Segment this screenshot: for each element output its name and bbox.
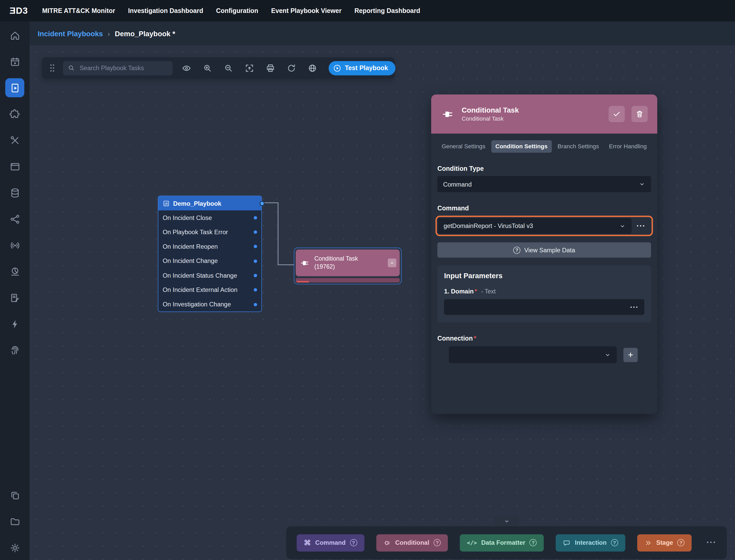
command-label: Command xyxy=(437,205,651,212)
task-search-box[interactable] xyxy=(63,61,173,75)
playbook-node-header[interactable]: Demo_Playbook xyxy=(158,196,261,210)
tab-branch-settings[interactable]: Branch Settings xyxy=(553,140,603,153)
trigger-port[interactable] xyxy=(254,216,257,219)
zoom-in-icon xyxy=(203,63,212,73)
sidebar-item-automation[interactable] xyxy=(5,314,24,334)
add-stage-button[interactable]: Stage ? xyxy=(637,534,692,551)
sidebar-item-window[interactable] xyxy=(5,157,24,176)
breadcrumb-incident-playbooks[interactable]: Incident Playbooks xyxy=(38,29,103,37)
conditional-task-label: Conditional Task (19762) xyxy=(314,255,368,271)
playbook-canvas[interactable]: Test Playbook Demo_Playbook On Incident … xyxy=(30,45,735,560)
help-icon[interactable]: ? xyxy=(529,539,537,546)
trigger-row-on-incident-change[interactable]: On Incident Change xyxy=(158,254,261,268)
sidebar-item-broadcast[interactable] xyxy=(5,236,24,255)
calendar-icon xyxy=(9,56,20,67)
conditional-task-node[interactable]: Conditional Task (19762) xyxy=(294,248,402,284)
tab-general-settings[interactable]: General Settings xyxy=(437,140,490,153)
sidebar-item-identity[interactable] xyxy=(5,341,24,360)
output-port[interactable] xyxy=(260,201,265,206)
task-settings-panel: Conditional Task Conditional Task Genera… xyxy=(431,94,657,414)
trigger-row-on-incident-reopen[interactable]: On Incident Reopen xyxy=(158,239,261,254)
trigger-port[interactable] xyxy=(254,274,257,277)
node-collapse-button[interactable] xyxy=(388,259,396,267)
test-playbook-button[interactable]: Test Playbook xyxy=(329,61,395,75)
zoom-in-button[interactable] xyxy=(203,63,212,73)
conditional-task-body[interactable]: Conditional Task (19762) xyxy=(296,249,400,276)
help-icon[interactable]: ? xyxy=(433,539,441,546)
nav-item-configuration[interactable]: Configuration xyxy=(216,7,258,14)
d3-logo[interactable]: ƎD3 xyxy=(10,5,28,16)
refresh-button[interactable] xyxy=(287,63,296,73)
playbook-node-demo-playbook[interactable]: Demo_Playbook On Incident Close On Playb… xyxy=(158,196,262,312)
button-label: Stage xyxy=(656,539,673,546)
nav-item-mitre-attck-monitor[interactable]: MITRE ATT&CK Monitor xyxy=(42,7,115,14)
confirm-button[interactable] xyxy=(608,106,625,122)
param-editor-button[interactable]: ··· xyxy=(630,303,638,311)
fit-view-button[interactable] xyxy=(245,63,254,73)
nav-item-reporting-dashboard[interactable]: Reporting Dashboard xyxy=(355,7,420,14)
network-icon xyxy=(9,213,20,224)
trigger-port[interactable] xyxy=(254,259,257,263)
search-input[interactable] xyxy=(79,64,168,72)
condition-type-select[interactable]: Command xyxy=(437,176,651,192)
add-conditional-task-button[interactable]: Conditional ? xyxy=(376,534,448,551)
trigger-port[interactable] xyxy=(254,288,257,292)
view-sample-data-button[interactable]: ? View Sample Data xyxy=(437,242,651,258)
trigger-port[interactable] xyxy=(254,303,257,306)
nav-item-investigation-dashboard[interactable]: Investigation Dashboard xyxy=(128,7,203,14)
sidebar-item-connections[interactable] xyxy=(5,209,24,229)
trigger-port[interactable] xyxy=(254,245,257,248)
tools-icon xyxy=(9,135,20,146)
zoom-out-button[interactable] xyxy=(224,63,233,73)
panel-header: Conditional Task Conditional Task xyxy=(431,94,657,134)
more-tasks-button[interactable]: ··· xyxy=(706,538,716,548)
sidebar-item-playbooks[interactable] xyxy=(5,78,24,97)
sidebar-item-utilities[interactable] xyxy=(5,131,24,150)
folder-icon xyxy=(9,516,20,527)
sidebar-item-calendar[interactable] xyxy=(5,52,24,71)
code-icon: </> xyxy=(467,539,477,546)
trigger-row-on-incident-status-change[interactable]: On Incident Status Change xyxy=(158,268,261,283)
sidebar-item-forms[interactable] xyxy=(5,288,24,307)
sidebar-item-copy[interactable] xyxy=(5,486,24,505)
connection-label: Connection* xyxy=(437,335,651,342)
print-icon xyxy=(266,63,275,73)
sidebar-item-files[interactable] xyxy=(5,512,24,531)
required-asterisk: * xyxy=(474,335,476,342)
gear-icon xyxy=(9,542,20,553)
node-status-strip xyxy=(296,278,400,283)
tab-error-handling[interactable]: Error Handling xyxy=(605,140,651,153)
globe-button[interactable] xyxy=(308,63,317,73)
command-more-button[interactable]: ··· xyxy=(631,218,651,234)
add-command-task-button[interactable]: ⌘ Command ? xyxy=(297,534,364,551)
sidebar-item-integrations[interactable] xyxy=(5,105,24,124)
sidebar-item-data[interactable] xyxy=(5,183,24,202)
help-icon[interactable]: ? xyxy=(677,539,685,546)
nav-item-event-playbook-viewer[interactable]: Event Playbook Viewer xyxy=(271,7,342,14)
database-icon xyxy=(9,187,20,198)
sidebar-item-settings[interactable] xyxy=(5,538,24,557)
trigger-row-on-incident-close[interactable]: On Incident Close xyxy=(158,210,261,225)
toolbar-collapse-tab[interactable] xyxy=(494,516,519,526)
sidebar-item-reports[interactable] xyxy=(5,262,24,281)
drag-handle-icon[interactable] xyxy=(49,63,56,73)
trigger-row-on-playbook-task-error[interactable]: On Playbook Task Error xyxy=(158,225,261,239)
param-domain-input[interactable]: ··· xyxy=(444,299,644,315)
trigger-row-on-investigation-change[interactable]: On Investigation Change xyxy=(158,297,261,312)
command-select[interactable]: getDomainReport - VirusTotal v3 xyxy=(438,218,631,234)
add-interaction-task-button[interactable]: Interaction ? xyxy=(556,534,625,551)
task-palette-toolbar: ⌘ Command ? Conditional ? </> Data Forma… xyxy=(286,526,727,559)
print-button[interactable] xyxy=(266,63,275,73)
tab-condition-settings[interactable]: Condition Settings xyxy=(491,140,552,153)
trigger-row-on-incident-external-action[interactable]: On Incident External Action xyxy=(158,283,261,297)
add-data-formatter-task-button[interactable]: </> Data Formatter ? xyxy=(460,534,544,551)
trigger-port[interactable] xyxy=(254,230,257,234)
sidebar-item-home[interactable] xyxy=(5,26,24,45)
add-connection-button[interactable]: + xyxy=(623,348,638,362)
delete-task-button[interactable] xyxy=(631,106,648,122)
chevron-up-icon xyxy=(389,260,395,266)
help-icon[interactable]: ? xyxy=(611,539,618,546)
connection-select[interactable] xyxy=(449,346,617,363)
visibility-button[interactable] xyxy=(182,63,191,73)
help-icon[interactable]: ? xyxy=(350,539,357,546)
